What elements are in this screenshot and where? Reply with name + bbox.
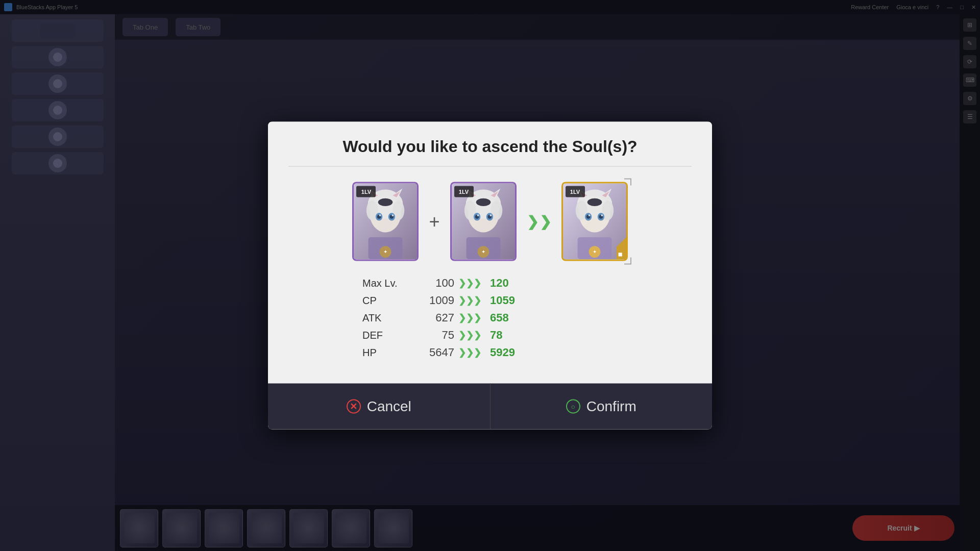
card-2-level-text: 1LV xyxy=(459,189,469,195)
svg-point-34 xyxy=(476,198,491,206)
stat-label-4: HP xyxy=(362,346,403,358)
stat-arrow-chevron-3-0: ❯ xyxy=(474,278,481,289)
plus-symbol: + xyxy=(429,211,439,232)
stats-table: Max Lv. 100 ❯ ❯ ❯ 120 CP 1009 ❯ ❯ ❯ 1059… xyxy=(362,277,618,363)
stat-arrow-chevron-1-1: ❯ xyxy=(458,295,466,306)
card-1-level-text: 1LV xyxy=(361,189,371,195)
stat-to-3: 78 xyxy=(485,329,536,342)
stat-to-2: 658 xyxy=(485,311,536,324)
stat-arrows-4: ❯ ❯ ❯ xyxy=(454,347,485,358)
stat-arrow-chevron-1-2: ❯ xyxy=(458,312,466,323)
stat-label-1: CP xyxy=(362,294,403,306)
svg-point-32 xyxy=(477,214,479,216)
svg-text:✦: ✦ xyxy=(593,249,597,255)
card-2-inner: ✦ 1LV xyxy=(450,182,517,261)
svg-point-51 xyxy=(588,214,590,216)
card-1-inner: ✦ 1LV xyxy=(352,182,419,261)
modal-body: Would you like to ascend the Soul(s)? xyxy=(268,122,712,384)
arrow-chevron-2: ❯ xyxy=(540,214,551,229)
stat-to-0: 120 xyxy=(485,277,536,290)
cancel-x-icon: ✕ xyxy=(347,399,361,414)
svg-point-33 xyxy=(489,214,492,216)
svg-point-53 xyxy=(587,198,602,206)
svg-point-52 xyxy=(601,214,603,216)
stat-arrow-chevron-1-4: ❯ xyxy=(458,347,466,358)
modal-title: Would you like to ascend the Soul(s)? xyxy=(288,137,692,167)
card-2-level-badge: 1LV xyxy=(454,186,474,197)
stat-arrow-chevron-2-0: ❯ xyxy=(466,278,474,289)
confirm-button[interactable]: ○ Confirm xyxy=(491,384,713,430)
stat-row: HP 5647 ❯ ❯ ❯ 5929 xyxy=(362,346,618,359)
confirm-circle-icon: ○ xyxy=(566,399,580,414)
stat-row: Max Lv. 100 ❯ ❯ ❯ 120 xyxy=(362,277,618,290)
stat-arrow-chevron-2-1: ❯ xyxy=(466,295,474,306)
stat-arrow-chevron-3-2: ❯ xyxy=(474,312,481,323)
stat-arrows-3: ❯ ❯ ❯ xyxy=(454,330,485,341)
stat-row: ATK 627 ❯ ❯ ❯ 658 xyxy=(362,311,618,324)
svg-text:✦: ✦ xyxy=(383,249,387,255)
stat-from-4: 5647 xyxy=(403,346,454,359)
ascend-modal: Would you like to ascend the Soul(s)? xyxy=(268,122,712,430)
stat-from-0: 100 xyxy=(403,277,454,290)
modal-footer: ✕ Cancel ○ Confirm xyxy=(268,384,712,430)
svg-text:✦: ✦ xyxy=(481,249,485,255)
stat-to-4: 5929 xyxy=(485,346,536,359)
card-1-level-badge: 1LV xyxy=(356,186,376,197)
stat-to-1: 1059 xyxy=(485,294,536,307)
stat-row: CP 1009 ❯ ❯ ❯ 1059 xyxy=(362,294,618,307)
stat-from-2: 627 xyxy=(403,311,454,324)
card-result-level-text: 1LV xyxy=(570,189,580,195)
stat-arrow-chevron-3-1: ❯ xyxy=(474,295,481,306)
stat-label-3: DEF xyxy=(362,329,403,341)
svg-point-14 xyxy=(392,214,394,216)
stat-label-2: ATK xyxy=(362,312,403,323)
stat-row: DEF 75 ❯ ❯ ❯ 78 xyxy=(362,329,618,342)
stat-arrow-chevron-2-3: ❯ xyxy=(466,330,474,341)
stat-arrow-chevron-1-0: ❯ xyxy=(458,278,466,289)
stat-arrow-chevron-2-4: ❯ xyxy=(466,347,474,358)
card-source-1: ✦ 1LV xyxy=(352,182,419,261)
cancel-button[interactable]: ✕ Cancel xyxy=(268,384,491,430)
stat-arrows-2: ❯ ❯ ❯ xyxy=(454,312,485,323)
card-result: ✦ ◆ 1LV xyxy=(561,182,628,261)
card-result-level-badge: 1LV xyxy=(566,186,585,197)
svg-point-15 xyxy=(378,198,393,206)
corner-bracket-bottom xyxy=(614,247,632,265)
stat-from-1: 1009 xyxy=(403,294,454,307)
confirm-label: Confirm xyxy=(586,398,636,415)
stat-arrow-chevron-3-4: ❯ xyxy=(474,347,481,358)
stat-arrows-0: ❯ ❯ ❯ xyxy=(454,278,485,289)
corner-bracket xyxy=(614,178,632,196)
stat-arrows-1: ❯ ❯ ❯ xyxy=(454,295,485,306)
card-source-2: ✦ 1LV xyxy=(450,182,517,261)
cancel-label: Cancel xyxy=(367,398,411,415)
stat-arrow-chevron-3-3: ❯ xyxy=(474,330,481,341)
arrow-chevron-1: ❯ xyxy=(527,214,538,229)
svg-point-13 xyxy=(379,214,381,216)
stat-label-0: Max Lv. xyxy=(362,277,403,289)
double-arrow: ❯ ❯ xyxy=(527,214,551,229)
cards-row: ✦ 1LV + xyxy=(352,182,627,261)
stat-from-3: 75 xyxy=(403,329,454,342)
stat-arrow-chevron-2-2: ❯ xyxy=(466,312,474,323)
stat-arrow-chevron-1-3: ❯ xyxy=(458,330,466,341)
